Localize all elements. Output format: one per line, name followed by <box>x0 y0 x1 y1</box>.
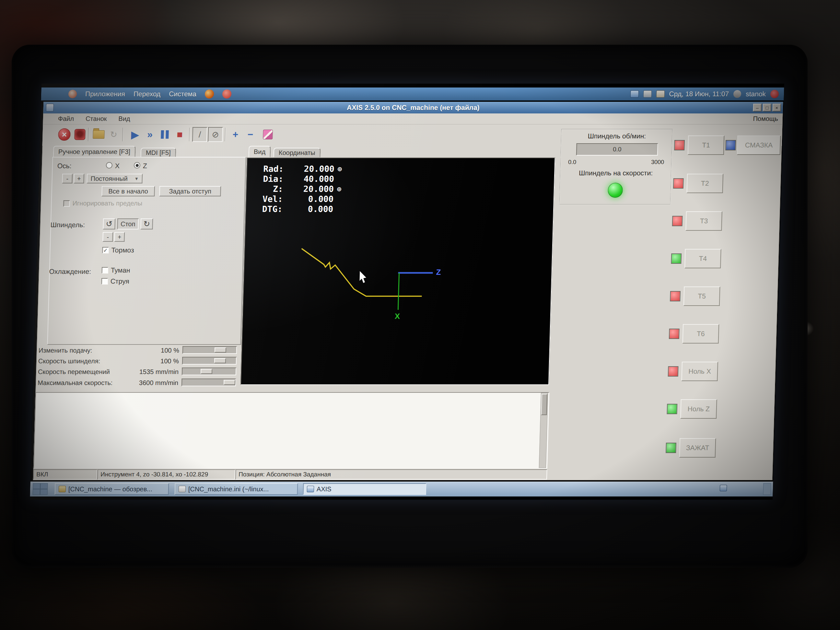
clear-plot-button[interactable] <box>260 127 275 142</box>
jog-increment-select[interactable]: Постоянный▼ <box>87 174 142 183</box>
max-velocity-label: Максимальная скорость: <box>38 379 113 387</box>
optional-stop-toggle[interactable]: ⊘ <box>208 127 223 142</box>
estop-button[interactable]: × <box>57 127 72 142</box>
machine-power-button[interactable] <box>72 127 87 142</box>
spindle-cw-icon: ↻ <box>143 219 150 229</box>
window-titlebar[interactable]: AXIS 2.5.0 on CNC_machine (нет файла) – … <box>43 102 783 114</box>
clamp-button[interactable]: ЗАЖАТ <box>679 438 716 458</box>
panel-hide-button[interactable] <box>763 483 771 495</box>
step-button[interactable]: » <box>142 127 158 142</box>
jog-plus-button[interactable]: + <box>74 174 84 183</box>
reload-file-button[interactable]: ↻ <box>106 127 121 142</box>
clock[interactable]: Срд, 18 Июн, 11:07 <box>669 90 729 98</box>
tab-dro[interactable]: Координаты <box>273 148 321 158</box>
flood-label: Струя <box>111 278 129 285</box>
spindle-scale-max: 3000 <box>651 159 664 166</box>
jog-minus-button[interactable]: - <box>62 174 73 183</box>
workspace-switcher[interactable] <box>32 483 47 495</box>
preview-canvas[interactable]: Rad:20.000⊕ Dia:40.000 Z:20.000⊕ Vel:0.0… <box>240 158 556 385</box>
run-program-button[interactable]: ▶ <box>127 127 142 142</box>
touch-off-button[interactable]: Задать отступ <box>159 186 221 196</box>
taskbar-tray-icon[interactable] <box>720 485 727 491</box>
toolbar-separator <box>122 128 123 141</box>
slider-thumb[interactable] <box>214 358 226 363</box>
gcode-text-area[interactable] <box>33 392 549 469</box>
spindle-at-speed-led <box>608 183 623 198</box>
spindle-minus-button[interactable]: - <box>103 232 113 242</box>
skip-lines-icon: / <box>198 129 201 140</box>
minimize-button[interactable]: – <box>753 104 762 112</box>
t3-led <box>672 216 683 226</box>
manual-panel <box>47 157 246 345</box>
photo-background: Приложения Переход Система Срд, 18 Июн, … <box>0 0 840 630</box>
browser-launcher-icon[interactable] <box>205 90 214 98</box>
spindle-override-slider[interactable] <box>182 357 237 365</box>
check-icon: ✓ <box>103 247 108 253</box>
t5-button[interactable]: T5 <box>684 286 720 306</box>
status-power-cell: ВКЛ <box>33 469 98 480</box>
axis-x-label[interactable]: X <box>115 162 120 170</box>
menu-machine[interactable]: Станок <box>85 115 107 123</box>
task-file-browser[interactable]: [CNC_machine — обозрев... <box>54 483 169 495</box>
menu-view[interactable]: Вид <box>118 115 130 123</box>
mist-checkbox[interactable] <box>102 267 109 273</box>
notification-icon[interactable] <box>643 90 652 98</box>
flood-checkbox[interactable] <box>101 278 108 284</box>
tab-manual-control[interactable]: Ручное управление [F3] <box>53 146 136 158</box>
brake-checkbox[interactable]: ✓ <box>102 247 109 253</box>
coolant-label: Охлаждение: <box>49 268 91 275</box>
skip-lines-toggle[interactable]: / <box>192 127 207 142</box>
feed-override-slider[interactable] <box>182 346 237 354</box>
spindle-stop-button[interactable]: Стоп <box>117 218 139 229</box>
menu-applications[interactable]: Приложения <box>85 90 125 98</box>
menu-places[interactable]: Переход <box>134 90 161 98</box>
max-velocity-slider[interactable] <box>182 379 236 386</box>
spindle-cw-button[interactable]: ↻ <box>141 218 153 229</box>
zoom-in-button[interactable]: + <box>228 127 243 142</box>
task-text-editor[interactable]: [CNC_machine.ini (~/linux... <box>174 483 298 495</box>
slider-thumb[interactable] <box>200 369 212 374</box>
axis-z-label[interactable]: Z <box>143 162 147 170</box>
display-settings-icon[interactable] <box>630 90 639 98</box>
step-icon: » <box>147 129 153 140</box>
toolpath-plot <box>241 158 554 384</box>
t2-button[interactable]: T2 <box>686 174 723 193</box>
launcher-icon[interactable] <box>222 90 232 98</box>
jog-speed-value: 1535 mm/min <box>131 368 179 376</box>
spindle-ccw-button[interactable]: ↺ <box>103 218 115 229</box>
jog-speed-slider[interactable] <box>182 368 237 375</box>
maximize-button[interactable]: □ <box>763 104 772 112</box>
zero-z-button[interactable]: Ноль Z <box>680 399 717 419</box>
z-axis-label: Z <box>436 268 441 277</box>
slider-thumb[interactable] <box>215 347 226 352</box>
spindle-at-speed-label: Шпиндель на скорости: <box>561 169 671 177</box>
slider-thumb[interactable] <box>224 380 235 385</box>
zoom-out-button[interactable]: − <box>243 127 258 142</box>
mail-icon[interactable] <box>656 90 665 98</box>
lube-button[interactable]: СМАЗКА <box>737 136 781 155</box>
home-all-button[interactable]: Все в начало <box>101 186 155 196</box>
t6-button[interactable]: T6 <box>682 324 720 344</box>
close-button[interactable]: × <box>772 104 782 112</box>
t4-button[interactable]: T4 <box>684 249 722 268</box>
spindle-plus-button[interactable]: + <box>114 232 125 242</box>
run-icon: ▶ <box>131 129 139 141</box>
menu-help[interactable]: Помощь <box>753 115 778 123</box>
menu-file[interactable]: Файл <box>58 115 74 123</box>
menu-system[interactable]: Система <box>169 90 196 98</box>
user-name: stanok <box>746 90 766 98</box>
open-file-button[interactable] <box>91 127 106 142</box>
zero-x-button[interactable]: Ноль X <box>681 362 718 381</box>
t3-button[interactable]: T3 <box>685 211 722 231</box>
tab-preview[interactable]: Вид <box>249 146 271 158</box>
task-axis[interactable]: AXIS <box>303 483 426 495</box>
t1-button[interactable]: T1 <box>688 136 725 155</box>
distributor-logo-icon[interactable] <box>68 90 77 98</box>
ignore-limits-checkbox[interactable] <box>63 200 70 207</box>
pause-button[interactable] <box>157 127 172 142</box>
scrollbar-thumb[interactable] <box>541 394 547 415</box>
tab-mdi[interactable]: MDI [F5] <box>141 148 176 158</box>
stop-button[interactable]: ■ <box>172 127 187 142</box>
shutdown-icon[interactable] <box>771 90 779 98</box>
screen: Приложения Переход Система Срд, 18 Июн, … <box>30 84 784 500</box>
